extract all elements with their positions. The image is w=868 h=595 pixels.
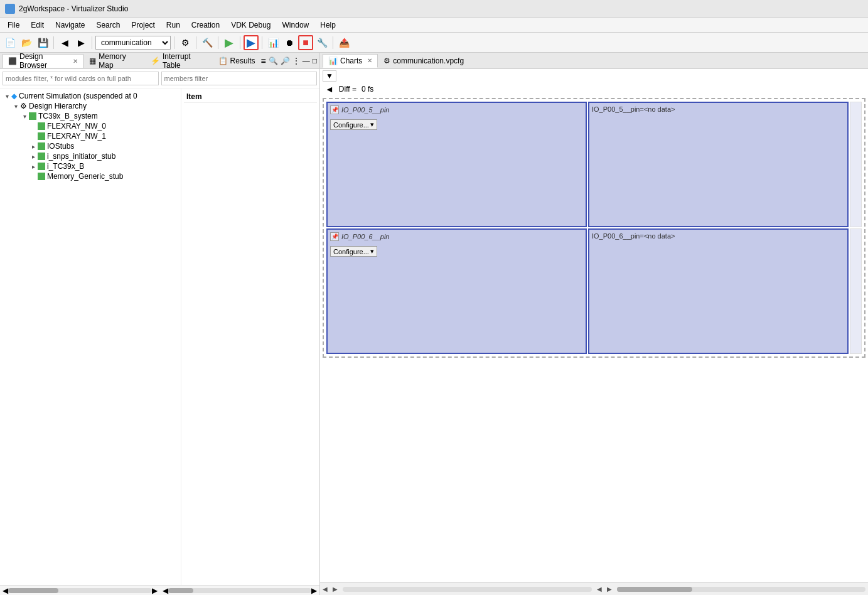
tree-node-design-hierarchy[interactable]: ▾ ⚙ Design Hierarchy (0, 101, 181, 111)
box-icon-8 (38, 173, 45, 180)
node-label-0: Current Simulation (suspended at 0 (19, 92, 137, 100)
separator-6 (240, 36, 240, 49)
project-dropdown[interactable]: communication (95, 36, 171, 50)
members-filter-input[interactable] (161, 72, 318, 85)
box-icon-2 (29, 112, 36, 120)
chart-cell-2-1-header: 📌 IO_P00_6__pin (328, 230, 586, 244)
settings-button[interactable]: ⚙ (178, 35, 193, 50)
back-button[interactable]: ◀ (57, 35, 72, 50)
record-button[interactable]: ⏺ (282, 35, 297, 50)
modules-filter-input[interactable] (3, 72, 159, 85)
tab-memory-map[interactable]: ▦ Memory Map (83, 54, 145, 68)
tree-scrollbar[interactable]: ◀ ▶ ◀ ▶ (0, 585, 319, 595)
stop-button[interactable]: ■ (298, 35, 313, 50)
new-button[interactable]: 📄 (3, 35, 18, 50)
charts-area: 📌 IO_P00_5__pin Configure... ▾ IO_P00_5_… (320, 95, 868, 582)
minimize-icon[interactable]: — (303, 56, 310, 65)
box-icon-7 (38, 163, 45, 170)
results-icon: 📋 (218, 56, 228, 65)
forward-button[interactable]: ▶ (73, 35, 88, 50)
more-icon[interactable]: ⋮ (292, 56, 300, 65)
tree-node-tc39x[interactable]: ▾ TC39x_B_system (0, 111, 181, 121)
run-button[interactable]: ▶ (222, 35, 237, 50)
separator-5 (218, 36, 218, 49)
tree-node-i-snps[interactable]: ▸ i_snps_initiator_stub (0, 151, 181, 161)
arrow-5[interactable]: ▸ (29, 143, 38, 150)
tree-node-iostubs[interactable]: ▸ IOStubs (0, 141, 181, 151)
pin-label-1-2: IO_P00_5__pin=<no data> (589, 103, 847, 115)
tab-charts[interactable]: 📊 Charts ✕ (323, 54, 378, 68)
charts-scroll-right2[interactable]: ▶ (607, 586, 612, 592)
filter-bar (0, 69, 319, 88)
filter-icon[interactable]: 🔍 (269, 56, 278, 65)
arrow-0[interactable]: ▾ (3, 93, 11, 100)
charts-icon: 📊 (328, 56, 338, 65)
tab-interrupt-table[interactable]: ⚡ Interrupt Table (145, 54, 213, 68)
scroll-thumb-right[interactable] (168, 588, 193, 593)
configure-button[interactable]: 🔧 (314, 35, 330, 50)
configure-button-1-1[interactable]: Configure... ▾ (330, 119, 377, 130)
charts-scroll-right[interactable]: ▶ (333, 586, 338, 592)
menu-edit[interactable]: Edit (26, 19, 49, 31)
menu-window[interactable]: Window (277, 19, 314, 31)
chart-button[interactable]: 📊 (265, 35, 281, 50)
tree-node-i-tc39x[interactable]: ▸ i_TC39x_B (0, 161, 181, 171)
maximize-icon[interactable]: □ (313, 56, 317, 65)
arrow-2[interactable]: ▾ (20, 113, 29, 120)
tab-results[interactable]: 📋 Results (213, 54, 261, 68)
menu-navigate[interactable]: Navigate (50, 19, 90, 31)
left-tab-bar: ⬛ Design Browser ✕ ▦ Memory Map ⚡ Interr… (0, 53, 319, 69)
menu-creation[interactable]: Creation (186, 19, 225, 31)
collapse-btn[interactable]: ▼ (323, 70, 336, 82)
menu-search[interactable]: Search (91, 19, 125, 31)
design-browser-label: Design Browser (19, 52, 68, 70)
nav-left-icon[interactable]: ◄ (325, 84, 334, 94)
play-resume-button[interactable]: ▶ (244, 35, 259, 50)
scroll-left[interactable]: ◀ (3, 586, 8, 595)
tree-node-flexray-0[interactable]: ▸ FLEXRAY_NW_0 (0, 121, 181, 131)
arrow-1[interactable]: ▾ (11, 103, 20, 110)
separator-4 (196, 36, 196, 49)
list-icon[interactable]: ≡ (261, 56, 266, 66)
diff-row: ◄ Diff = 0 fs (320, 83, 868, 95)
tree-node-memory-generic[interactable]: ▸ Memory_Generic_stub (0, 171, 181, 181)
build-button[interactable]: 🔨 (200, 35, 215, 50)
charts-scrollbar-thumb[interactable] (617, 587, 692, 592)
design-browser-icon: ⬛ (8, 57, 17, 65)
diamond-icon-0: ◆ (11, 92, 17, 100)
tab-design-browser[interactable]: ⬛ Design Browser ✕ (3, 54, 83, 68)
scroll-right[interactable]: ▶ (152, 586, 158, 595)
arrow-7[interactable]: ▸ (29, 163, 38, 170)
arrow-6[interactable]: ▸ (29, 153, 38, 160)
menu-run[interactable]: Run (161, 19, 185, 31)
tree-area: ▾ ◆ Current Simulation (suspended at 0 ▾… (0, 88, 319, 585)
configure-button-2-1[interactable]: Configure... ▾ (330, 246, 377, 257)
charts-scrollbar-track-2 (617, 587, 866, 592)
zoom-icon[interactable]: 🔎 (281, 56, 290, 65)
configure-arrow-1-1: ▾ (370, 121, 374, 129)
separator-3 (174, 36, 174, 49)
scroll-right2[interactable]: ◀ (163, 586, 168, 595)
menu-project[interactable]: Project (126, 19, 159, 31)
design-browser-close[interactable]: ✕ (73, 58, 78, 65)
scroll-right3[interactable]: ▶ (311, 586, 317, 595)
charts-scroll-left[interactable]: ◀ (323, 586, 328, 592)
chart-cell-1-1-header: 📌 IO_P00_5__pin (328, 103, 586, 117)
scroll-thumb-left[interactable] (8, 588, 58, 593)
charts-close[interactable]: ✕ (367, 57, 372, 64)
configure-btn-1-1[interactable]: Configure... ▾ (328, 117, 586, 132)
export-button[interactable]: 📤 (336, 35, 351, 50)
menu-help[interactable]: Help (315, 19, 341, 31)
charts-scroll-left2[interactable]: ◀ (597, 586, 602, 592)
save-button[interactable]: 💾 (35, 35, 50, 50)
node-label-1: Design Hierarchy (29, 102, 87, 110)
open-button[interactable]: 📂 (19, 35, 34, 50)
charts-scrollbar-track-1 (343, 587, 592, 592)
tree-node-flexray-1[interactable]: ▸ FLEXRAY_NW_1 (0, 131, 181, 141)
chart-cell-1-2: IO_P00_5__pin=<no data> (588, 102, 849, 227)
tree-node-current-simulation[interactable]: ▾ ◆ Current Simulation (suspended at 0 (0, 91, 181, 101)
menu-vdk-debug[interactable]: VDK Debug (226, 19, 276, 31)
tab-vpcfg[interactable]: ⚙ communication.vpcfg (378, 54, 469, 68)
menu-file[interactable]: File (3, 19, 24, 31)
configure-btn-2-1[interactable]: Configure... ▾ (328, 244, 586, 259)
